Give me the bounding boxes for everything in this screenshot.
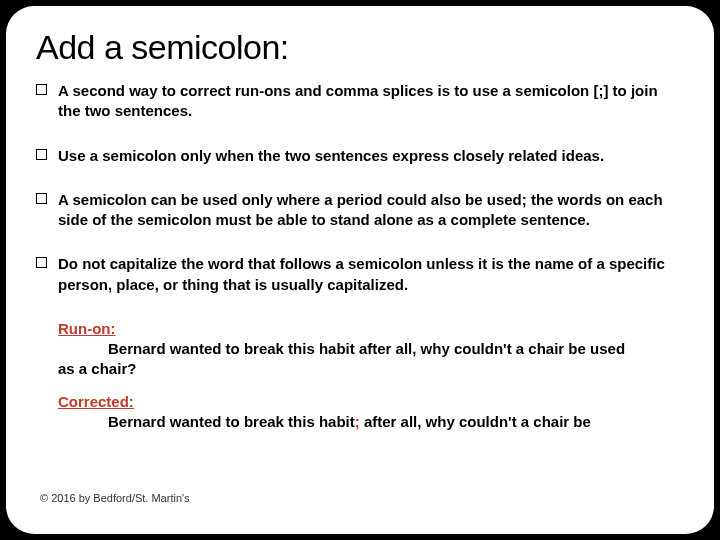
runon-line1: XXXXXBernard wanted to break this habit … [58, 339, 684, 359]
copyright-text: © 2016 by Bedford/St. Martin's [40, 492, 190, 504]
slide-title: Add a semicolon: [36, 28, 684, 67]
bullet-2-between: when the two sentences express [211, 147, 453, 164]
bullet-3: A semicolon can be used only where a per… [36, 190, 684, 231]
bullet-2-mid1: only [181, 147, 212, 164]
corrected-label: Corrected: [58, 393, 134, 410]
bullet-1-pre: A second way to correct run-ons and comm… [58, 82, 515, 99]
bullet-1: A second way to correct run-ons and comm… [36, 81, 684, 122]
bullet-4: Do not capitalize the word that follows … [36, 254, 684, 295]
slide-frame: Add a semicolon: A second way to correct… [6, 6, 714, 534]
bullet-4-text: Do not capitalize the word that follows … [58, 255, 665, 292]
runon-line2: as a chair? [58, 359, 684, 379]
corrected-post: after all, why couldn't a chair be [360, 413, 591, 430]
runon-text-1: Bernard wanted to break this habit after… [108, 340, 625, 357]
runon-row: Run-on: [58, 319, 684, 339]
runon-label: Run-on: [58, 320, 115, 337]
corrected-pre: Bernard wanted to break this habit [108, 413, 355, 430]
example-block: Run-on: XXXXXBernard wanted to break thi… [36, 319, 684, 432]
spacer [58, 380, 684, 392]
corrected-line1: XXXXXBernard wanted to break this habit;… [58, 412, 684, 432]
corrected-row: Corrected: [58, 392, 684, 412]
bullet-1-bold: semicolon [;] [515, 82, 608, 99]
bullet-2-pre: Use a semicolon [58, 147, 181, 164]
checkbox-icon [36, 193, 47, 204]
checkbox-icon [36, 257, 47, 268]
bullet-3-text: A semicolon can be used only where a per… [58, 191, 663, 228]
bullet-2-mid2: closely related ideas [453, 147, 600, 164]
bullet-2-post: . [600, 147, 604, 164]
bullet-2: Use a semicolon only when the two senten… [36, 146, 684, 166]
checkbox-icon [36, 149, 47, 160]
checkbox-icon [36, 84, 47, 95]
